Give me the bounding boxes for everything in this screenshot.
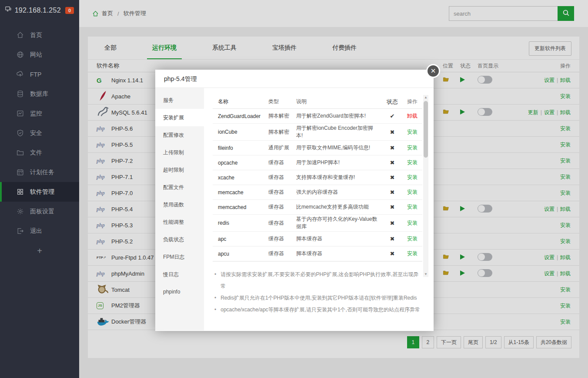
extension-desc: 基于内存亦可持久化的Key-Value数据库: [296, 216, 382, 230]
cross-icon: ✖: [382, 250, 402, 257]
note-item: • Redis扩展只允许在1个PHP版本中使用,安装到其它PHP版本请在[软件管…: [213, 292, 422, 304]
extension-desc: 支持脚本缓存和变量缓存!: [296, 174, 382, 181]
extension-desc: 比memcache支持更多高级功能: [296, 203, 382, 211]
extension-desc: 脚本缓存器: [296, 235, 382, 243]
extension-action-安装[interactable]: 安装: [407, 159, 418, 165]
modal-tab-配置修改[interactable]: 配置修改: [155, 126, 204, 144]
modal-tab-配置文件[interactable]: 配置文件: [155, 179, 204, 196]
extension-action-安装[interactable]: 安装: [407, 204, 418, 210]
extension-row: memcached 缓存器 比memcache支持更多高级功能 ✖ 安装: [213, 200, 422, 215]
modal-tab-phpinfo[interactable]: phpinfo: [155, 283, 204, 300]
bullet-icon: •: [214, 269, 216, 292]
cross-icon: ✖: [382, 204, 402, 210]
extension-row: redis 缓存器 基于内存亦可持久化的Key-Value数据库 ✖ 安装: [213, 215, 422, 232]
extension-row: fileinfo 通用扩展 用于获取文件MIME,编码等信息! ✖ 安装: [213, 141, 422, 155]
cross-icon: ✖: [382, 189, 402, 196]
extension-name: memcache: [213, 189, 268, 196]
bullet-icon: •: [214, 304, 216, 316]
check-icon: ✔: [382, 113, 402, 119]
extension-type: 缓存器: [268, 174, 296, 181]
note-item: • 请按实际需求安装扩展,不要安装不必要的PHP扩展,这会影响PHP执行效率,甚…: [213, 269, 422, 292]
extension-type: 脚本解密: [268, 112, 296, 120]
extension-name: apcu: [213, 251, 268, 257]
extension-name: apc: [213, 236, 268, 242]
close-icon[interactable]: ✕: [426, 64, 440, 78]
extension-name: redis: [213, 220, 268, 226]
extension-action-安装[interactable]: 安装: [407, 145, 418, 151]
extension-type: 缓存器: [268, 203, 296, 211]
extension-action-卸载[interactable]: 卸载: [407, 113, 418, 119]
modal-tab-list: 服务安装扩展配置修改上传限制超时限制配置文件禁用函数性能调整负载状态FPM日志慢…: [155, 88, 204, 331]
extension-row: apc 缓存器 脚本缓存器 ✖ 安装: [213, 232, 422, 246]
extension-name: opcache: [213, 160, 268, 166]
modal-tab-上传限制[interactable]: 上传限制: [155, 144, 204, 161]
extension-desc: 用于加速PHP脚本!: [296, 159, 382, 166]
extension-type: 缓存器: [268, 159, 296, 166]
extension-desc: 强大的内容缓存器: [296, 189, 382, 196]
extension-type: 缓存器: [268, 189, 296, 196]
extension-action-安装[interactable]: 安装: [407, 236, 418, 242]
scroll-up-icon[interactable]: ▲: [423, 95, 428, 100]
extension-action-安装[interactable]: 安装: [407, 250, 418, 256]
extension-header-row: 名称 类型 说明 状态 操作: [213, 95, 422, 109]
scroll-thumb[interactable]: [424, 101, 428, 158]
extension-action-安装[interactable]: 安装: [407, 189, 418, 195]
extension-type: 通用扩展: [268, 144, 296, 152]
extension-row: opcache 缓存器 用于加速PHP脚本! ✖ 安装: [213, 155, 422, 170]
modal-tab-超时限制[interactable]: 超时限制: [155, 161, 204, 179]
extension-name: ionCube: [213, 129, 268, 135]
modal-tab-负载状态[interactable]: 负载状态: [155, 231, 204, 248]
bullet-icon: •: [214, 292, 216, 304]
cross-icon: ✖: [382, 220, 402, 226]
modal-tab-慢日志[interactable]: 慢日志: [155, 266, 204, 283]
php-manage-modal: ✕ php-5.4管理 服务安装扩展配置修改上传限制超时限制配置文件禁用函数性能…: [155, 70, 434, 331]
extension-name: xcache: [213, 175, 268, 181]
extension-type: 缓存器: [268, 250, 296, 257]
extension-type: 缓存器: [268, 235, 296, 243]
extension-row: memcache 缓存器 强大的内容缓存器 ✖ 安装: [213, 185, 422, 200]
modal-tab-服务[interactable]: 服务: [155, 91, 204, 109]
extension-action-安装[interactable]: 安装: [407, 174, 418, 180]
modal-tab-安装扩展[interactable]: 安装扩展: [155, 109, 204, 126]
extension-type: 缓存器: [268, 219, 296, 227]
modal-tab-性能调整[interactable]: 性能调整: [155, 213, 204, 231]
cross-icon: ✖: [382, 159, 402, 166]
modal-tab-禁用函数[interactable]: 禁用函数: [155, 196, 204, 213]
extension-row: ZendGuardLoader 脚本解密 用于解密ZendGuard加密脚本! …: [213, 109, 422, 124]
modal-content: 名称 类型 说明 状态 操作 ZendGuardLoader 脚本解密 用于解密…: [204, 88, 434, 331]
extension-desc: 用于获取文件MIME,编码等信息!: [296, 144, 382, 152]
extension-desc: 脚本缓存器: [296, 250, 382, 257]
extension-action-安装[interactable]: 安装: [407, 220, 418, 226]
modal-notes: • 请按实际需求安装扩展,不要安装不必要的PHP扩展,这会影响PHP执行效率,甚…: [213, 269, 422, 316]
note-item: • opcache/xcache/apc等脚本缓存扩展,请只安装其中1个,否则可…: [213, 304, 422, 316]
app-window: 192.168.1.252 0 首页 网站 FTP 数据库 监控 安全 文件 计…: [0, 0, 588, 378]
extension-name: memcached: [213, 204, 268, 210]
scroll-down-icon[interactable]: ▼: [423, 272, 428, 277]
extension-row: ionCube 脚本解密 用于解密ionCube Encoder加密脚本! ✖ …: [213, 124, 422, 141]
extension-type: 脚本解密: [268, 128, 296, 136]
extension-row: xcache 缓存器 支持脚本缓存和变量缓存! ✖ 安装: [213, 170, 422, 185]
extension-name: ZendGuardLoader: [213, 113, 268, 119]
extension-row: apcu 缓存器 脚本缓存器 ✖ 安装: [213, 246, 422, 261]
cross-icon: ✖: [382, 145, 402, 151]
extension-table: 名称 类型 说明 状态 操作 ZendGuardLoader 脚本解密 用于解密…: [213, 95, 422, 262]
modal-title: php-5.4管理: [155, 70, 434, 88]
cross-icon: ✖: [382, 236, 402, 242]
cross-icon: ✖: [382, 174, 402, 181]
cross-icon: ✖: [382, 129, 402, 135]
extension-desc: 用于解密ionCube Encoder加密脚本!: [296, 125, 382, 139]
modal-tab-FPM日志[interactable]: FPM日志: [155, 248, 204, 266]
extension-action-安装[interactable]: 安装: [407, 129, 418, 135]
extension-name: fileinfo: [213, 145, 268, 151]
scrollbar[interactable]: ▲ ▼: [423, 95, 428, 277]
extension-desc: 用于解密ZendGuard加密脚本!: [296, 112, 382, 120]
